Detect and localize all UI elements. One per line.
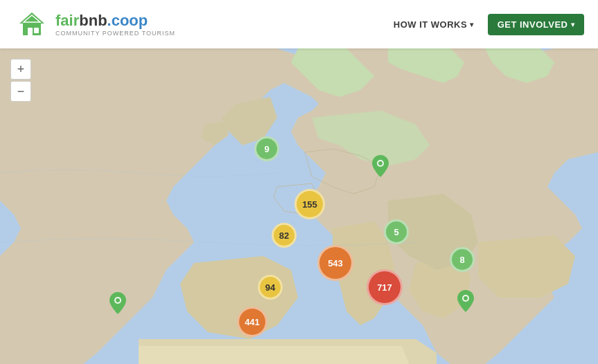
svg-rect-3: [34, 28, 39, 33]
main-nav: HOW IT WORKS ▾ GET INVOLVED ▾: [387, 14, 584, 35]
cluster-italy[interactable]: 543: [317, 245, 353, 281]
cluster-uk[interactable]: 9: [254, 136, 279, 161]
nav-get-involved[interactable]: GET INVOLVED ▾: [488, 14, 584, 35]
svg-point-7: [378, 161, 382, 165]
get-involved-chevron-icon: ▾: [571, 21, 575, 28]
cluster-portugal[interactable]: 94: [258, 275, 283, 300]
cluster-london[interactable]: 155: [294, 189, 325, 219]
svg-point-11: [116, 298, 120, 302]
nav-how-it-works[interactable]: HOW IT WORKS ▾: [387, 15, 481, 34]
cluster-czech[interactable]: 5: [384, 219, 409, 244]
svg-rect-2: [28, 28, 33, 35]
house-icon: [14, 10, 50, 39]
cluster-balkans[interactable]: 8: [450, 247, 475, 272]
map-container: + − 9155825434419471758: [0, 48, 598, 364]
header: fairbnb.coop community powered tourism H…: [0, 0, 598, 48]
cluster-spain[interactable]: 441: [237, 307, 267, 337]
hamburg-pin[interactable]: [372, 155, 389, 180]
cluster-france[interactable]: 82: [272, 223, 297, 248]
logo[interactable]: fairbnb.coop community powered tourism: [14, 10, 175, 39]
cluster-rome[interactable]: 717: [367, 269, 403, 305]
how-it-works-chevron-icon: ▾: [470, 21, 474, 28]
izmir-pin[interactable]: [457, 290, 474, 315]
svg-point-9: [464, 296, 468, 300]
logo-subtitle: community powered tourism: [55, 30, 175, 37]
zoom-out-button[interactable]: −: [10, 81, 31, 102]
canary-pin[interactable]: [109, 292, 126, 317]
zoom-in-button[interactable]: +: [10, 59, 31, 80]
logo-text: fairbnb.coop: [55, 12, 148, 29]
zoom-controls: + −: [10, 59, 31, 102]
